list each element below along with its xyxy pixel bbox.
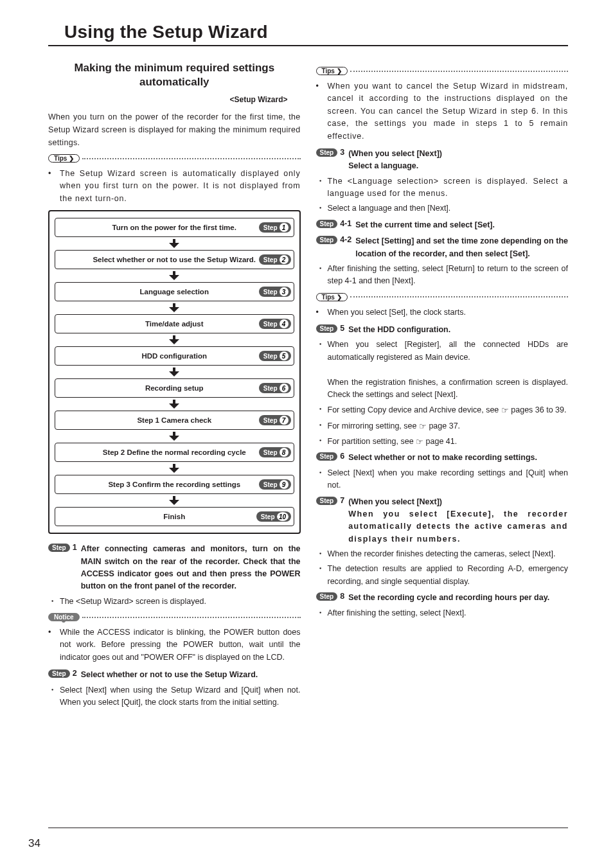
- tip-chevron-icon: ❯: [69, 155, 74, 162]
- step-badge-inline: Step: [316, 452, 338, 461]
- arrow-down-icon: [55, 303, 294, 312]
- flow-label: Recording setup: [59, 384, 290, 392]
- step5-sub4: For partition setting, see ☞ page 41.: [328, 435, 569, 448]
- step-badge: Step5: [259, 351, 291, 361]
- step6-heading: Step 6 Select whether or not to make rec…: [316, 452, 569, 464]
- tip1-list: •The Setup Wizard screen is automaticall…: [48, 168, 301, 205]
- flow-label: Finish: [59, 513, 290, 520]
- dotted-rule: [82, 617, 301, 618]
- dotted-rule: [350, 296, 568, 297]
- left-column: Making the minimum required settings aut…: [48, 62, 301, 713]
- step2-sublist: ・Select [Next] when using the Setup Wiza…: [48, 684, 301, 709]
- notice-text: While the ACCESS indicator is blinking, …: [60, 626, 301, 664]
- step8-sub: After finishing the setting, select [Nex…: [328, 607, 569, 619]
- dot-icon: ・: [316, 563, 328, 588]
- step6-title: Select whether or not to make recording …: [348, 452, 568, 464]
- flow-step-1: Turn on the power for the first time.Ste…: [55, 218, 294, 237]
- step3-sub1: The <Language selection> screen is displ…: [328, 175, 569, 200]
- arrow-down-icon: [55, 400, 294, 409]
- dot-icon: ・: [48, 596, 60, 608]
- bullet-icon: •: [316, 80, 328, 143]
- step5-title: Set the HDD configuration.: [348, 324, 568, 336]
- page-ref-icon: ☞: [419, 420, 427, 433]
- step3-heading: Step 3 (When you select [Next])Select a …: [316, 148, 569, 173]
- step4-2-sub: After finishing the setting, select [Ret…: [328, 263, 569, 288]
- step-badge: Step6: [259, 383, 291, 393]
- step-number: 1: [73, 543, 77, 552]
- dot-icon: ・: [316, 339, 328, 401]
- flow-label: Select whether or not to use the Setup W…: [59, 256, 290, 263]
- two-column-layout: Making the minimum required settings aut…: [48, 62, 568, 713]
- dot-icon: ・: [316, 467, 328, 492]
- step-badge-inline: Step: [316, 497, 338, 505]
- step-badge: Step7: [259, 415, 291, 425]
- step-badge-inline: Step: [48, 544, 70, 552]
- bullet-icon: •: [48, 626, 60, 664]
- step8-heading: Step 8 Set the recording cycle and recor…: [316, 592, 569, 604]
- step1-sublist: ・The <Setup Wizard> screen is displayed.: [48, 596, 301, 608]
- step8-sublist: ・After finishing the setting, select [Ne…: [316, 607, 569, 619]
- dot-icon: ・: [316, 403, 328, 416]
- step2-heading: Step 2 Select whether or not to use the …: [48, 669, 301, 681]
- arrow-down-icon: [55, 335, 294, 344]
- tip3-text: When you select [Set], the clock starts.: [328, 306, 569, 319]
- bullet-icon: •: [48, 168, 60, 205]
- step5-sub3: For mirroring setting, see ☞ page 37.: [328, 420, 569, 432]
- step4-1-heading: Step 4-1 Set the current time and select…: [316, 219, 569, 231]
- arrow-down-icon: [55, 464, 294, 473]
- tip3-list: •When you select [Set], the clock starts…: [316, 306, 569, 319]
- footer-rule: [48, 828, 568, 828]
- flow-label: Step 2 Define the normal recording cycle: [59, 448, 290, 456]
- dot-icon: ・: [316, 202, 328, 215]
- step7-sublist: ・When the recorder finishes detecting th…: [316, 548, 569, 588]
- dot-icon: ・: [316, 548, 328, 560]
- tips-divider-2: Tips❯: [316, 67, 569, 75]
- step3-sub2: Select a language and then [Next].: [328, 202, 569, 215]
- page-title: Using the Setup Wizard: [64, 22, 568, 42]
- step-number: 8: [340, 592, 344, 601]
- step-badge: Step4: [259, 319, 291, 329]
- flow-step-3: Language selectionStep3: [55, 282, 294, 301]
- tip2-text: When you want to cancel the Setup Wizard…: [328, 80, 569, 143]
- tips-chip: Tips❯: [48, 154, 80, 163]
- step4-2-sublist: ・After finishing the setting, select [Re…: [316, 263, 569, 288]
- flow-step-6: Recording setupStep6: [55, 378, 294, 398]
- tip-chevron-icon: ❯: [337, 67, 342, 75]
- step-number: 7: [340, 496, 344, 505]
- page-ref-icon: ☞: [501, 404, 509, 417]
- step6-sub: Select [Next] when you make recording se…: [328, 467, 569, 492]
- step4-2-heading: Step 4-2 Select [Setting] and set the ti…: [316, 235, 569, 260]
- tips-chip: Tips❯: [316, 67, 348, 75]
- notice-divider: Notice: [48, 613, 301, 621]
- dot-icon: ・: [316, 607, 328, 619]
- notice-list: •While the ACCESS indicator is blinking,…: [48, 626, 301, 664]
- flow-step-9: Step 3 Confirm the recording settingsSte…: [55, 475, 294, 494]
- dot-icon: ・: [316, 420, 328, 432]
- step1-heading: Step 1 After connecting cameras and moni…: [48, 543, 301, 593]
- flow-label: Step 1 Camera check: [59, 416, 290, 424]
- tips-label: Tips: [54, 155, 67, 162]
- step7-sub2: The detection results are applied to Rec…: [328, 563, 569, 588]
- page-number: 34: [28, 837, 40, 850]
- step-badge: Step1: [259, 222, 291, 233]
- step-badge: Step2: [259, 254, 291, 265]
- flow-step-10: FinishStep10: [55, 507, 294, 526]
- flow-step-8: Step 2 Define the normal recording cycle…: [55, 443, 294, 462]
- step-number: 2: [73, 669, 77, 678]
- flow-step-4: Time/date adjustStep4: [55, 314, 294, 333]
- step4-1-title: Set the current time and select [Set].: [355, 219, 568, 231]
- arrow-down-icon: [55, 368, 294, 376]
- step4-2-title: Select [Setting] and set the time zone d…: [355, 235, 568, 260]
- dot-icon: ・: [316, 175, 328, 200]
- step1-title: After connecting cameras and monitors, t…: [81, 543, 301, 593]
- step7-title: (When you select [Next])When you select …: [348, 496, 568, 546]
- step2-title: Select whether or not to use the Setup W…: [81, 669, 301, 681]
- bullet-icon: •: [316, 306, 328, 319]
- step3-title: (When you select [Next])Select a languag…: [348, 148, 568, 173]
- arrow-down-icon: [55, 432, 294, 441]
- step-badge: Step8: [259, 447, 291, 457]
- dot-icon: ・: [316, 435, 328, 448]
- arrow-down-icon: [55, 239, 294, 248]
- tip2-list: •When you want to cancel the Setup Wizar…: [316, 80, 569, 143]
- flow-label: Language selection: [59, 288, 290, 296]
